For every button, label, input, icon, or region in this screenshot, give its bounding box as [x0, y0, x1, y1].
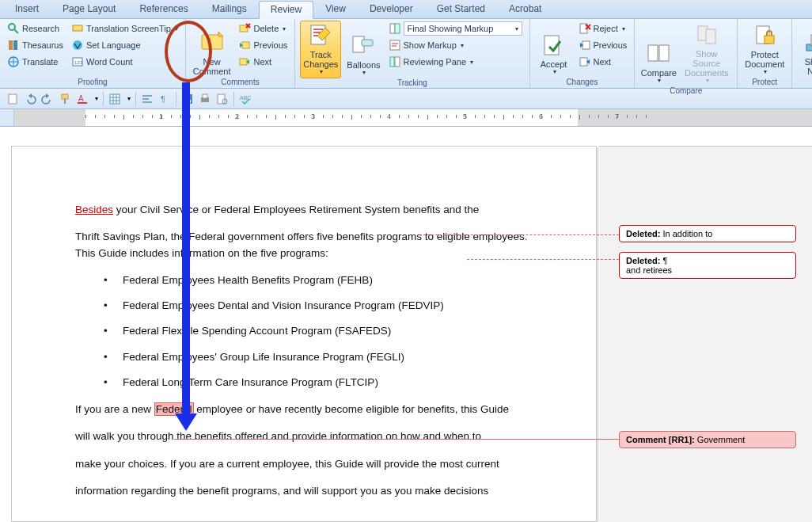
translation-screentip-button[interactable]: Translation ScreenTip▾ [69, 21, 180, 36]
annotation-arrow-head [175, 413, 197, 431]
spellcheck-icon[interactable]: ABC [239, 93, 252, 105]
format-painter-icon[interactable] [59, 93, 71, 105]
align-icon[interactable] [141, 93, 154, 105]
paragraph[interactable]: make your choices. If you are a current … [75, 456, 548, 472]
show-markup-button[interactable]: Show Markup▾ [386, 37, 525, 53]
group-compare: Compare▾ Show Source Documents▾ Compare [635, 19, 738, 88]
tab-insert[interactable]: Insert [3, 0, 51, 18]
globe-icon [7, 55, 20, 68]
svg-rect-34 [648, 45, 658, 61]
group-protect: Protect Document▾ Protect [738, 19, 792, 88]
share-icon [803, 30, 812, 55]
set-language-button[interactable]: Set Language [69, 37, 180, 53]
delete-comment-button[interactable]: Delete▾ [236, 21, 290, 36]
new-icon[interactable] [6, 93, 19, 105]
protect-document-button[interactable]: Protect Document▾ [742, 21, 787, 78]
language-icon [71, 39, 84, 51]
annotation-arrow-shaft [182, 82, 190, 415]
svg-rect-49 [110, 94, 120, 104]
paragraph[interactable]: If you are a new Federal employee or hav… [75, 402, 548, 417]
group-label-share [797, 78, 812, 88]
dropdown-icon[interactable]: ▾ [95, 95, 98, 102]
ribbon: Research Thesaurus Translate Translation… [0, 19, 812, 89]
accept-button[interactable]: Accept▾ [535, 21, 573, 78]
svg-point-0 [9, 24, 15, 30]
svg-rect-24 [390, 57, 394, 67]
ruler: 1234567 [0, 109, 812, 127]
display-for-review-select[interactable]: Final Showing Markup▾ [386, 21, 525, 36]
tab-mailings[interactable]: Mailings [200, 0, 259, 18]
track-changes-button[interactable]: Track Changes▾ [300, 21, 341, 78]
translate-button[interactable]: Translate [5, 54, 66, 70]
undo-icon[interactable] [24, 93, 36, 105]
reviewing-pane-button[interactable]: Reviewing Pane▾ [386, 54, 525, 70]
svg-rect-39 [765, 36, 774, 44]
inserted-text: Besides [75, 204, 113, 215]
bullet-list: Federal Employees Health Benefits Progra… [75, 272, 548, 391]
group-label-protect: Protect [742, 78, 787, 88]
comment-balloon[interactable]: Comment [RR1]: Government [619, 431, 796, 448]
group-label-proofing: Proofing [5, 78, 180, 88]
previous-change-button[interactable]: Previous [576, 37, 630, 53]
tab-page-layout[interactable]: Page Layout [51, 0, 127, 18]
previous-icon [238, 39, 251, 51]
thesaurus-button[interactable]: Thesaurus [5, 37, 66, 53]
deleted-balloon[interactable]: Deleted: ¶and retirees [619, 252, 796, 279]
pilcrow-icon[interactable]: ¶ [158, 93, 171, 105]
tab-developer[interactable]: Developer [358, 0, 425, 18]
print-preview-icon[interactable] [216, 93, 229, 105]
reject-button[interactable]: Reject▾ [576, 21, 630, 36]
svg-rect-42 [9, 94, 17, 104]
show-source-button[interactable]: Show Source Documents▾ [681, 21, 732, 86]
screentip-icon [71, 22, 84, 35]
group-changes: Accept▾ Reject▾ Previous Next Changes [530, 19, 636, 88]
svg-rect-2 [9, 40, 13, 50]
svg-rect-54 [203, 94, 207, 98]
paragraph[interactable]: will walk you through the benefits offer… [75, 429, 548, 444]
group-tracking: Track Changes▾ Balloons▾ Final Showing M… [295, 19, 529, 88]
horizontal-ruler[interactable]: 1234567 [14, 109, 812, 126]
paragraph[interactable]: Besides your Civil Service or Federal Em… [75, 202, 548, 218]
previous-change-icon [579, 39, 591, 51]
svg-rect-30 [582, 41, 590, 49]
share-now-button[interactable]: Share Now [797, 21, 812, 78]
tab-view[interactable]: View [313, 0, 358, 18]
word-count-button[interactable]: 123Word Count [69, 54, 180, 70]
research-button[interactable]: Research [5, 21, 66, 36]
dropdown-icon[interactable]: ▾ [127, 95, 131, 102]
research-icon [7, 22, 20, 35]
svg-rect-20 [362, 40, 373, 46]
print-icon[interactable] [199, 93, 211, 105]
font-color-icon[interactable]: A [76, 93, 89, 105]
next-comment-button[interactable]: Next [236, 54, 290, 70]
balloon-connector [419, 234, 619, 235]
balloons-icon [351, 33, 376, 59]
document-viewport: Besides your Civil Service or Federal Em… [0, 127, 812, 522]
svg-rect-48 [78, 102, 87, 104]
show-markup-icon [389, 39, 401, 51]
svg-text:A: A [78, 94, 84, 103]
svg-text:123: 123 [74, 60, 83, 65]
next-change-button[interactable]: Next [576, 54, 630, 70]
book-icon [7, 39, 20, 51]
redo-icon[interactable] [41, 93, 54, 105]
document-page[interactable]: Besides your Civil Service or Federal Em… [11, 146, 597, 522]
svg-rect-37 [706, 29, 715, 44]
deleted-balloon[interactable]: Deleted: In addition to [619, 225, 796, 242]
previous-comment-button[interactable]: Previous [236, 37, 290, 53]
svg-rect-22 [395, 24, 400, 33]
group-share: Share Now [792, 19, 812, 88]
table-icon[interactable] [108, 93, 121, 105]
group-label-compare: Compare [639, 86, 732, 97]
ribbon-tabs: Insert Page Layout References Mailings R… [0, 0, 812, 19]
compare-button[interactable]: Compare▾ [639, 21, 677, 86]
paragraph[interactable]: information regarding the benefit progra… [75, 483, 548, 499]
tab-acrobat[interactable]: Acrobat [497, 0, 553, 18]
svg-text:ABC: ABC [240, 95, 251, 101]
balloons-button[interactable]: Balloons▾ [344, 21, 382, 78]
tab-get-started[interactable]: Get Started [425, 0, 497, 18]
svg-marker-10 [218, 32, 223, 36]
tab-review[interactable]: Review [259, 1, 313, 19]
tab-references[interactable]: References [127, 0, 199, 18]
svg-rect-46 [64, 99, 66, 104]
